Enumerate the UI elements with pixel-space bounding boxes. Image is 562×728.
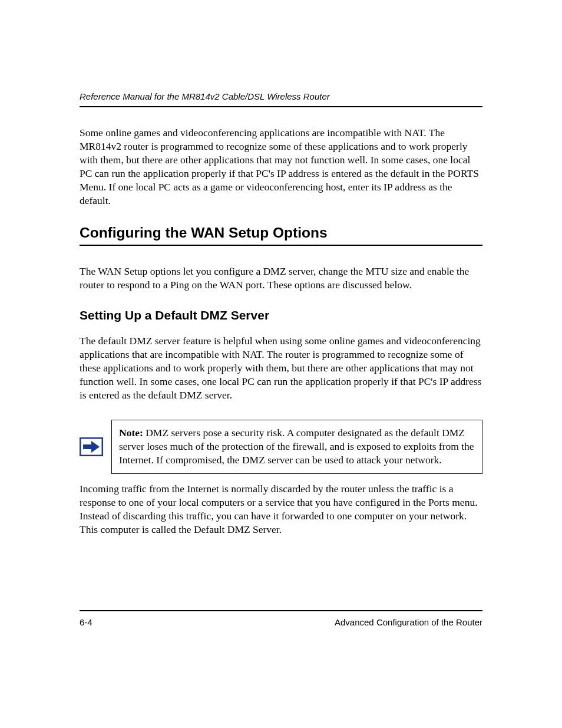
arrow-right-icon	[80, 437, 103, 456]
svg-marker-1	[83, 441, 100, 453]
page-footer: 6-4 Advanced Configuration of the Router	[80, 610, 482, 627]
note-icon-container	[80, 420, 111, 473]
heading-wan-setup: Configuring the WAN Setup Options	[80, 225, 482, 246]
paragraph-intro: Some online games and videoconferencing …	[80, 126, 482, 208]
footer-section-title: Advanced Configuration of the Router	[335, 617, 482, 627]
note-callout: Note: DMZ servers pose a security risk. …	[80, 420, 482, 473]
paragraph-wan-intro: The WAN Setup options let you configure …	[80, 265, 482, 292]
heading-dmz-server: Setting Up a Default DMZ Server	[80, 308, 482, 322]
page-number: 6-4	[80, 617, 92, 627]
paragraph-incoming-traffic: Incoming traffic from the Internet is no…	[80, 482, 482, 536]
running-header: Reference Manual for the MR814v2 Cable/D…	[80, 91, 482, 107]
note-label: Note:	[119, 427, 143, 439]
note-body-text: DMZ servers pose a security risk. A comp…	[119, 427, 474, 466]
note-text-box: Note: DMZ servers pose a security risk. …	[111, 420, 482, 473]
paragraph-dmz-intro: The default DMZ server feature is helpfu…	[80, 334, 482, 402]
